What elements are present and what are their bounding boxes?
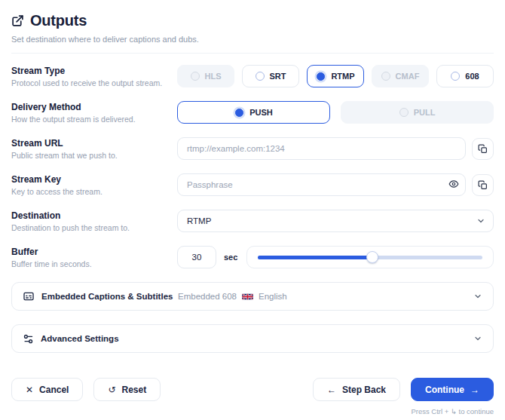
stream-type-options: HLS SRT RTMP CMAF 608 bbox=[177, 65, 494, 87]
step-back-button[interactable]: ← Step Back bbox=[313, 378, 400, 401]
stream-key-input[interactable] bbox=[177, 173, 466, 196]
buffer-unit: sec bbox=[224, 253, 237, 262]
buffer-slider[interactable] bbox=[246, 246, 494, 268]
stream-type-option-srt[interactable]: SRT bbox=[242, 65, 299, 87]
eye-icon[interactable] bbox=[448, 179, 459, 189]
accordion-title: Embedded Captions & Subtitles bbox=[41, 292, 173, 301]
uk-flag-icon bbox=[242, 293, 253, 300]
radio-icon bbox=[256, 72, 265, 81]
stream-key-label: Stream Key bbox=[11, 174, 177, 185]
delivery-method-options: PUSH PULL bbox=[177, 101, 494, 124]
stream-key-description: Key to access the stream. bbox=[11, 187, 177, 196]
external-link-icon bbox=[11, 14, 24, 27]
radio-icon bbox=[451, 72, 460, 81]
radio-icon bbox=[191, 72, 200, 81]
keyboard-hint: Press Ctrl + ↳ to continue bbox=[411, 407, 494, 415]
radio-icon bbox=[399, 108, 409, 117]
delivery-option-push[interactable]: PUSH bbox=[177, 101, 330, 124]
stream-type-description: Protocol used to receive the output stre… bbox=[11, 78, 177, 87]
slider-fill bbox=[258, 256, 372, 259]
outputs-panel: Outputs Set destination where to deliver… bbox=[0, 0, 505, 420]
accordion-advanced-settings[interactable]: Advanced Settings bbox=[11, 324, 494, 353]
radio-icon bbox=[235, 109, 243, 117]
radio-icon bbox=[381, 72, 390, 81]
slider-track[interactable] bbox=[258, 256, 482, 259]
destination-value: RTMP bbox=[187, 216, 211, 225]
accordion-title: Advanced Settings bbox=[41, 334, 119, 343]
delivery-method-description: How the output stream is delivered. bbox=[11, 115, 177, 124]
destination-label: Destination bbox=[11, 210, 177, 221]
reset-button[interactable]: ↺ Reset bbox=[93, 378, 161, 401]
stream-url-copy-button[interactable] bbox=[472, 138, 494, 160]
captions-language: English bbox=[259, 292, 287, 301]
buffer-value-input[interactable] bbox=[177, 246, 216, 268]
field-stream-type: Stream Type Protocol used to receive the… bbox=[11, 65, 494, 87]
header-divider bbox=[11, 53, 494, 54]
field-destination: Destination Destination to push the stre… bbox=[11, 210, 494, 232]
field-stream-url: Stream URL Public stream that we push to… bbox=[11, 137, 494, 160]
page-title: Outputs bbox=[30, 12, 87, 29]
reset-icon: ↺ bbox=[108, 385, 115, 395]
destination-select[interactable]: RTMP bbox=[177, 210, 494, 232]
stream-type-option-608[interactable]: 608 bbox=[436, 65, 494, 87]
stream-url-label: Stream URL bbox=[11, 138, 177, 149]
page-subtitle: Set destination where to deliver caption… bbox=[11, 35, 494, 44]
stream-url-description: Public stream that we push to. bbox=[11, 151, 177, 160]
destination-description: Destination to push the stream to. bbox=[11, 223, 177, 232]
stream-type-option-rtmp[interactable]: RTMP bbox=[307, 65, 364, 87]
captions-icon bbox=[23, 290, 35, 302]
buffer-description: Buffer time in seconds. bbox=[11, 259, 177, 268]
field-buffer: Buffer Buffer time in seconds. sec bbox=[11, 246, 494, 268]
arrow-right-icon: → bbox=[470, 385, 479, 395]
chevron-down-icon[interactable] bbox=[473, 334, 482, 343]
chevron-down-icon bbox=[476, 216, 485, 225]
stream-type-option-cmaf[interactable]: CMAF bbox=[372, 65, 429, 87]
field-delivery-method: Delivery Method How the output stream is… bbox=[11, 101, 494, 124]
delivery-method-label: Delivery Method bbox=[11, 102, 177, 112]
captions-summary: Embedded 608 bbox=[178, 292, 237, 301]
continue-button[interactable]: Continue → bbox=[411, 378, 494, 401]
field-stream-key: Stream Key Key to access the stream. bbox=[11, 173, 494, 196]
accordion-embedded-captions[interactable]: Embedded Captions & Subtitles Embedded 6… bbox=[11, 282, 494, 311]
settings-icon bbox=[23, 333, 34, 345]
page-header: Outputs bbox=[11, 12, 494, 29]
slider-thumb[interactable] bbox=[366, 251, 378, 263]
stream-url-input[interactable] bbox=[177, 137, 466, 160]
radio-icon bbox=[317, 72, 325, 81]
delivery-option-pull[interactable]: PULL bbox=[341, 101, 494, 124]
copy-icon bbox=[478, 144, 488, 154]
chevron-down-icon[interactable] bbox=[473, 292, 482, 301]
cancel-button[interactable]: ✕ Cancel bbox=[11, 378, 83, 401]
close-icon: ✕ bbox=[26, 385, 33, 395]
stream-key-copy-button[interactable] bbox=[472, 174, 494, 196]
arrow-left-icon: ← bbox=[327, 385, 336, 395]
stream-type-label: Stream Type bbox=[11, 66, 177, 76]
copy-icon bbox=[478, 180, 488, 190]
stream-type-option-hls[interactable]: HLS bbox=[177, 65, 234, 87]
footer-actions: ✕ Cancel ↺ Reset ← Step Back Continue → bbox=[11, 378, 494, 401]
buffer-label: Buffer bbox=[11, 247, 177, 257]
